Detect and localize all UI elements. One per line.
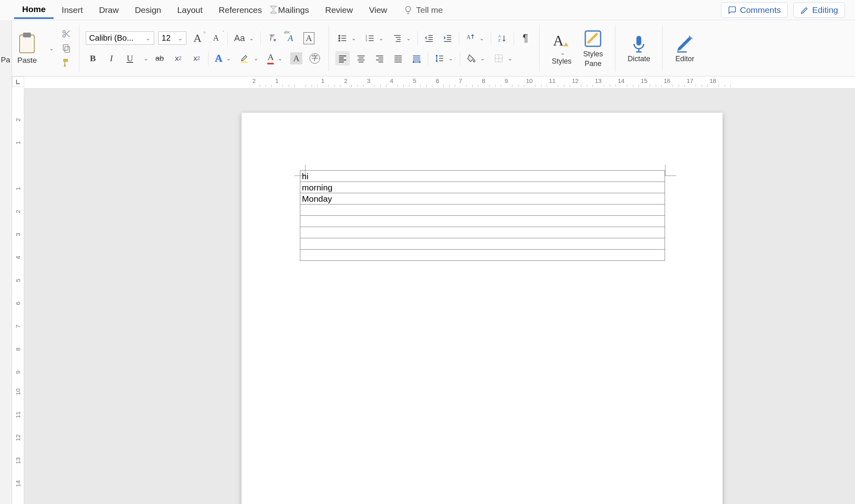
horizontal-ruler[interactable]: 21123456789101112131415161718: [24, 76, 855, 89]
ruler-minor-tick: [340, 85, 341, 87]
styles-gallery-button[interactable]: A ⌄ Styles: [546, 29, 577, 67]
table-cell[interactable]: [300, 250, 665, 261]
document-table[interactable]: himorningMonday: [300, 170, 665, 261]
justify-button[interactable]: [391, 51, 405, 66]
multilevel-list-button[interactable]: ⌄: [390, 31, 413, 45]
table-cell[interactable]: morning: [300, 182, 665, 193]
phonetic-guide-button[interactable]: abcA: [283, 31, 298, 45]
table-cell[interactable]: [300, 238, 665, 250]
increase-indent-button[interactable]: [440, 31, 455, 45]
italic-button[interactable]: I: [104, 51, 119, 66]
ruler-minor-tick: [409, 85, 409, 87]
table-row[interactable]: [300, 227, 665, 238]
chevron-down-icon: ⌄: [406, 35, 411, 41]
ruler-minor-tick: [587, 85, 587, 87]
align-center-button[interactable]: [354, 51, 368, 66]
vertical-ruler[interactable]: 211234567891011121314: [12, 89, 24, 504]
svg-point-8: [339, 35, 340, 36]
table-row[interactable]: [300, 216, 665, 227]
distributed-button[interactable]: [409, 51, 424, 66]
decrease-indent-button[interactable]: [422, 31, 436, 45]
numbering-button[interactable]: 123⌄: [363, 31, 386, 45]
dictate-button[interactable]: Dictate: [622, 32, 656, 65]
change-case-label: Aa: [234, 33, 245, 43]
editor-button[interactable]: Editor: [669, 32, 700, 65]
bold-button[interactable]: B: [86, 51, 100, 66]
tab-view[interactable]: View: [361, 2, 395, 18]
table-row[interactable]: morning: [300, 182, 665, 193]
svg-point-4: [63, 35, 65, 37]
tab-draw[interactable]: Draw: [91, 2, 127, 18]
tab-home[interactable]: Home: [14, 1, 54, 19]
align-left-button[interactable]: [335, 51, 350, 66]
ruler-minor-tick: [661, 85, 662, 87]
font-color-button[interactable]: A⌄: [265, 51, 285, 66]
line-spacing-button[interactable]: ⌄: [432, 51, 456, 66]
subscript-button[interactable]: x2: [171, 51, 186, 66]
strikethrough-button[interactable]: ab: [153, 51, 167, 66]
borders-icon: [494, 54, 504, 63]
font-size-select[interactable]: 12⌄: [158, 31, 186, 45]
tell-me-search[interactable]: Tell me: [395, 2, 451, 18]
ruler-tick: 3: [367, 77, 370, 84]
change-case-button[interactable]: Aa⌄: [232, 31, 256, 45]
bullets-icon: [338, 33, 347, 43]
table-row[interactable]: [300, 204, 665, 216]
underline-dropdown[interactable]: ⌄: [144, 55, 149, 62]
character-shading-button[interactable]: A: [289, 51, 304, 66]
grow-font-button[interactable]: A^: [190, 31, 205, 45]
clear-formatting-button[interactable]: [265, 31, 279, 45]
shading-button[interactable]: ⌄: [464, 51, 487, 66]
superscript-button[interactable]: x2: [190, 51, 204, 66]
comments-button[interactable]: Comments: [721, 2, 788, 18]
tab-design[interactable]: Design: [127, 2, 169, 18]
chevron-down-icon: ⌄: [178, 35, 183, 41]
character-border-button[interactable]: A: [302, 31, 316, 45]
tab-insert[interactable]: Insert: [54, 2, 91, 18]
underline-button[interactable]: U: [123, 51, 137, 66]
chevron-down-icon: ⌄: [560, 50, 565, 56]
highlight-button[interactable]: ⌄: [238, 51, 261, 66]
align-right-button[interactable]: [372, 51, 387, 66]
font-size-value: 12: [162, 33, 171, 43]
align-center-icon: [356, 54, 366, 63]
phonetic-abc-label: abc: [284, 29, 290, 34]
table-row[interactable]: Monday: [300, 193, 665, 204]
text-direction-button[interactable]: A⌄: [463, 31, 487, 45]
shrink-font-button[interactable]: Aˇ: [209, 31, 223, 45]
tab-references[interactable]: References: [211, 2, 270, 18]
document-canvas[interactable]: himorningMonday: [24, 89, 855, 504]
borders-button[interactable]: ⌄: [492, 51, 515, 66]
sort-button[interactable]: AZ: [495, 31, 510, 45]
table-row[interactable]: hi: [300, 171, 665, 182]
styles-pane-button[interactable]: Styles Pane: [577, 27, 609, 70]
ruler-tick: 2: [14, 210, 21, 213]
tab-mailings[interactable]: Mailings: [270, 2, 317, 18]
table-cell[interactable]: [300, 227, 665, 238]
tab-layout[interactable]: Layout: [169, 2, 211, 18]
styles-icon: A: [551, 31, 572, 51]
table-cell[interactable]: [300, 216, 665, 227]
tab-review[interactable]: Review: [317, 2, 361, 18]
ruler-minor-tick: [673, 85, 673, 87]
bullets-button[interactable]: ⌄: [335, 31, 359, 45]
format-painter-button[interactable]: [60, 57, 72, 69]
indent-marker[interactable]: [270, 6, 277, 15]
copy-button[interactable]: [60, 42, 72, 54]
font-family-select[interactable]: Calibri (Bo...⌄: [86, 31, 154, 45]
paste-dropdown[interactable]: ⌄: [44, 42, 56, 54]
paste-button[interactable]: Paste: [14, 32, 40, 65]
editing-mode-button[interactable]: Editing: [793, 2, 845, 18]
text-effects-button[interactable]: A⌄: [213, 51, 234, 66]
table-cell[interactable]: Monday: [300, 193, 665, 204]
table-cell[interactable]: hi: [300, 171, 665, 182]
ruler-minor-tick: [260, 85, 260, 87]
tab-stop-selector[interactable]: [12, 76, 24, 87]
table-row[interactable]: [300, 238, 665, 250]
enclose-characters-button[interactable]: 字: [308, 51, 322, 66]
table-cell[interactable]: [300, 204, 665, 216]
document-page[interactable]: himorningMonday: [242, 113, 723, 504]
cut-button[interactable]: [60, 28, 72, 40]
show-paragraph-marks-button[interactable]: ¶: [518, 31, 533, 45]
table-row[interactable]: [300, 250, 665, 261]
